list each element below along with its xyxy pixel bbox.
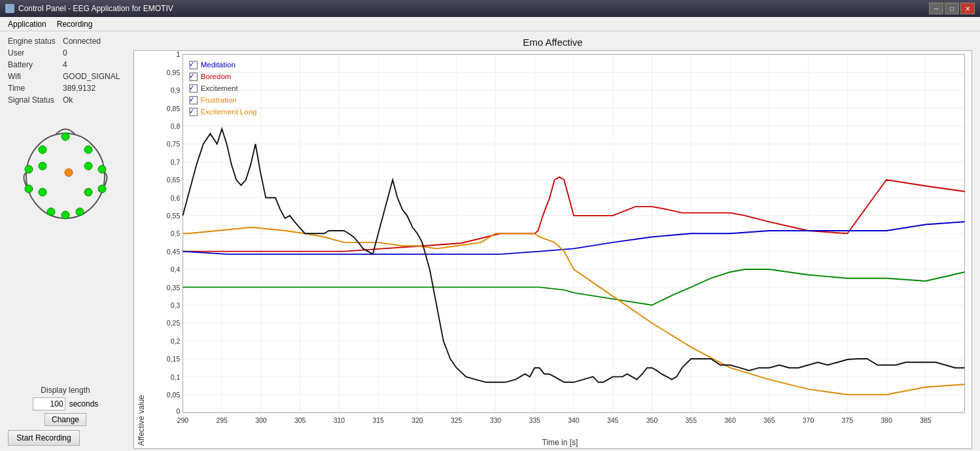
svg-point-2 — [39, 146, 46, 154]
svg-text:0,2: 0,2 — [171, 337, 181, 345]
value-wifi: GOOD_SIGNAL — [63, 72, 120, 81]
chart-area: Affective value — [133, 50, 972, 449]
y-axis-label: Affective value — [134, 51, 149, 448]
svg-text:✓: ✓ — [189, 95, 195, 103]
svg-text:380: 380 — [881, 416, 892, 424]
svg-text:0,55: 0,55 — [167, 212, 181, 220]
svg-text:0,65: 0,65 — [167, 176, 181, 184]
svg-text:0,6: 0,6 — [171, 194, 181, 202]
svg-text:0,25: 0,25 — [167, 319, 181, 327]
change-button[interactable]: Change — [44, 413, 86, 426]
svg-point-4 — [25, 165, 33, 173]
label-battery: Battery — [8, 60, 60, 69]
display-length-input[interactable] — [33, 397, 65, 410]
svg-text:375: 375 — [842, 416, 854, 424]
close-button[interactable]: ✕ — [960, 3, 975, 14]
info-row-battery: Battery 4 — [8, 60, 123, 69]
value-engine-status: Connected — [63, 37, 101, 46]
svg-text:340: 340 — [568, 416, 580, 424]
svg-point-1 — [61, 133, 69, 141]
svg-text:295: 295 — [216, 416, 228, 424]
svg-text:✓: ✓ — [189, 84, 195, 92]
svg-point-13 — [47, 208, 55, 216]
svg-text:310: 310 — [334, 416, 345, 424]
value-user: 0 — [63, 48, 67, 58]
svg-point-3 — [84, 146, 92, 154]
display-length-row: seconds — [33, 397, 99, 410]
svg-text:345: 345 — [607, 416, 619, 424]
svg-text:Excitement: Excitement — [201, 84, 239, 92]
svg-point-12 — [98, 185, 106, 193]
svg-text:0,95: 0,95 — [167, 69, 181, 76]
left-panel: Engine status Connected User 0 Battery 4… — [0, 31, 131, 451]
svg-text:320: 320 — [411, 416, 423, 424]
value-battery: 4 — [63, 60, 67, 69]
svg-text:300: 300 — [255, 416, 267, 424]
svg-point-11 — [84, 188, 92, 196]
svg-text:0,75: 0,75 — [167, 140, 181, 148]
svg-text:✓: ✓ — [189, 60, 195, 68]
info-row-user: User 0 — [8, 48, 123, 58]
seconds-label: seconds — [69, 399, 99, 409]
chart-title: Emo Affective — [133, 37, 972, 48]
label-wifi: Wifi — [8, 72, 60, 81]
svg-text:0,15: 0,15 — [167, 355, 181, 363]
svg-text:0,7: 0,7 — [171, 158, 181, 166]
svg-text:Boredom: Boredom — [201, 73, 232, 80]
svg-text:335: 335 — [529, 416, 540, 424]
svg-text:0,9: 0,9 — [171, 86, 181, 94]
svg-text:1: 1 — [176, 51, 180, 58]
svg-text:Frustration: Frustration — [201, 96, 237, 104]
menu-recording[interactable]: Recording — [52, 18, 98, 30]
display-length-label: Display length — [41, 386, 90, 395]
svg-text:0,1: 0,1 — [171, 373, 181, 381]
chart-inner: 1 0,95 0,9 0,85 0,8 0,75 0,7 0,65 0,6 0,… — [149, 51, 971, 448]
svg-text:0,85: 0,85 — [167, 105, 181, 112]
svg-text:365: 365 — [763, 416, 775, 424]
svg-text:0,05: 0,05 — [167, 391, 181, 399]
minimize-button[interactable]: ─ — [929, 3, 943, 14]
start-recording-button[interactable]: Start Recording — [8, 430, 80, 446]
value-time: 389,9132 — [63, 84, 96, 93]
svg-text:✓: ✓ — [189, 107, 195, 115]
head-diagram — [20, 114, 111, 218]
title-bar: Control Panel - EEG Application for EMOT… — [0, 0, 980, 17]
svg-text:355: 355 — [685, 416, 697, 424]
svg-text:370: 370 — [803, 416, 814, 424]
svg-text:360: 360 — [724, 416, 736, 424]
svg-point-5 — [39, 162, 46, 170]
svg-point-0 — [26, 133, 105, 218]
svg-text:290: 290 — [177, 416, 189, 424]
menu-bar: Application Recording — [0, 17, 980, 31]
svg-text:325: 325 — [451, 416, 463, 424]
menu-application[interactable]: Application — [3, 18, 52, 30]
chart-svg: 1 0,95 0,9 0,85 0,8 0,75 0,7 0,65 0,6 0,… — [149, 51, 971, 437]
svg-text:305: 305 — [294, 416, 306, 424]
info-row-wifi: Wifi GOOD_SIGNAL — [8, 72, 123, 81]
label-engine-status: Engine status — [8, 37, 60, 46]
svg-point-8 — [65, 169, 73, 176]
right-panel: Emo Affective Affective value — [131, 31, 980, 451]
label-signal-status: Signal Status — [8, 95, 60, 105]
display-length-section: Display length seconds Change — [8, 380, 123, 426]
main-area: Engine status Connected User 0 Battery 4… — [0, 31, 980, 451]
title-bar-buttons: ─ □ ✕ — [929, 3, 975, 14]
svg-point-6 — [84, 162, 92, 170]
label-time: Time — [8, 84, 60, 93]
value-signal-status: Ok — [63, 95, 73, 105]
chart-container: Affective value — [134, 51, 971, 448]
svg-point-10 — [39, 188, 46, 196]
svg-text:0,4: 0,4 — [171, 265, 181, 273]
svg-text:315: 315 — [372, 416, 384, 424]
svg-text:Meditation: Meditation — [201, 61, 236, 69]
app-icon — [5, 4, 14, 13]
svg-point-14 — [61, 211, 69, 219]
svg-text:Excitement Long: Excitement Long — [201, 108, 257, 116]
label-user: User — [8, 48, 60, 58]
info-row-signal: Signal Status Ok — [8, 95, 123, 105]
svg-text:385: 385 — [920, 416, 932, 424]
svg-text:350: 350 — [646, 416, 658, 424]
maximize-button[interactable]: □ — [945, 3, 959, 14]
svg-text:✓: ✓ — [189, 72, 195, 80]
svg-text:0: 0 — [176, 407, 180, 415]
